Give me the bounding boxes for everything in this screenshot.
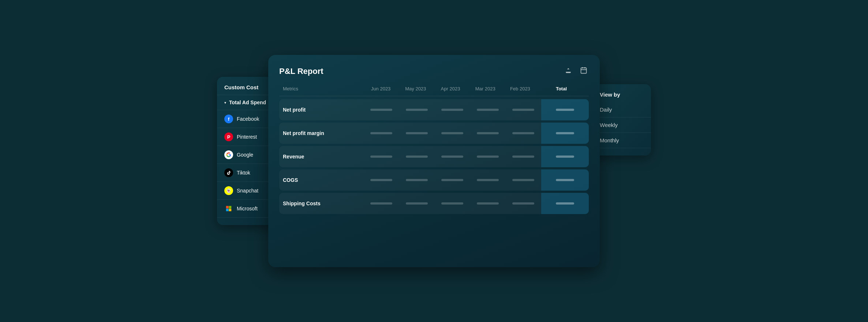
upload-button[interactable] [563,65,573,77]
right-panel: View by Daily Weekly Monthly [592,84,651,156]
loading-bar [406,156,428,158]
view-by-weekly[interactable]: Weekly [592,117,651,133]
row-cell [470,179,506,181]
snapchat-label: Snapchat [237,188,258,194]
table-row: Net profit margin [279,123,589,144]
row-net-profit-label: Net profit [283,102,363,118]
svg-rect-1 [229,206,231,209]
snapchat-icon: 👻 [224,186,233,195]
total-bar [556,156,574,158]
row-cell [434,109,470,111]
row-net-profit-margin-label: Net profit margin [283,125,363,141]
loading-bar [406,202,428,205]
table-row: Revenue [279,146,589,167]
row-cell [363,202,399,205]
loading-bar [441,109,463,111]
panel-header: P&L Report [279,65,589,77]
loading-bar [512,156,534,158]
loading-bar [370,132,392,134]
total-bar [556,132,574,134]
row-cell [506,179,541,181]
row-cell [399,132,434,134]
loading-bar [370,202,392,205]
tiktok-label: Tiktok [237,170,250,176]
loading-bar [477,109,499,111]
row-cell [363,132,399,134]
google-label: Google [237,152,253,158]
row-total [541,99,589,120]
header-icons [563,65,589,77]
loading-bar [441,156,463,158]
row-cell [506,156,541,158]
calendar-button[interactable] [579,65,589,77]
loading-bar [477,132,499,134]
col-metrics: Metrics [283,86,363,91]
row-cell [470,132,506,134]
total-bar [556,179,574,181]
row-total [541,193,589,214]
row-cell [363,109,399,111]
row-cell [399,202,434,205]
col-total: Total [538,86,585,91]
loading-bar [406,179,428,181]
col-jun2023: Jun 2023 [363,86,398,91]
row-cell [399,109,434,111]
svg-rect-0 [226,206,229,209]
loading-bar [477,179,499,181]
view-by-daily[interactable]: Daily [592,102,651,117]
loading-bar [477,202,499,205]
total-bar [556,202,574,205]
row-cell [434,132,470,134]
pinterest-icon: P [224,132,233,141]
view-by-monthly[interactable]: Monthly [592,133,651,148]
microsoft-icon [224,204,233,213]
row-cell [434,179,470,181]
loading-bar [370,179,392,181]
loading-bar [512,132,534,134]
panel-title: P&L Report [279,67,323,76]
table: Metrics Jun 2023 May 2023 Apr 2023 Mar 2… [279,86,589,214]
microsoft-label: Microsoft [237,206,258,211]
row-cell [470,156,506,158]
loading-bar [477,156,499,158]
loading-bar [441,202,463,205]
col-mar2023: Mar 2023 [468,86,503,91]
total-bar [556,109,574,111]
loading-bar [441,132,463,134]
row-cell [470,202,506,205]
col-apr2023: Apr 2023 [433,86,468,91]
row-cell [506,132,541,134]
row-shipping-label: Shipping Costs [283,195,363,211]
col-may2023: May 2023 [398,86,433,91]
facebook-icon: f [224,115,233,123]
loading-bar [512,109,534,111]
tiktok-icon [224,168,233,177]
loading-bar [406,132,428,134]
loading-bar [512,179,534,181]
table-row: Net profit [279,99,589,120]
table-row: COGS [279,169,589,191]
loading-bar [406,109,428,111]
loading-bar [441,179,463,181]
row-cell [506,202,541,205]
col-feb2023: Feb 2023 [503,86,538,91]
total-ad-spend-label: Total Ad Spend [229,100,266,105]
view-by-title: View by [592,91,651,102]
row-cell [470,109,506,111]
row-total [541,169,589,191]
svg-rect-3 [229,209,231,211]
table-row: Shipping Costs [279,193,589,214]
row-cell [363,179,399,181]
pinterest-label: Pinterest [237,134,257,140]
row-cell [399,156,434,158]
row-total [541,146,589,167]
svg-rect-2 [226,209,229,211]
chevron-icon: ▾ [224,101,226,105]
row-cogs-label: COGS [283,172,363,188]
row-revenue-label: Revenue [283,149,363,165]
row-cell [434,202,470,205]
main-panel: P&L Report Metrics Jun 2023 May 2023 Apr… [268,55,600,267]
scene: Custom Cost ▾ Total Ad Spend f Facebook … [217,55,651,267]
row-cell [363,156,399,158]
loading-bar [370,109,392,111]
